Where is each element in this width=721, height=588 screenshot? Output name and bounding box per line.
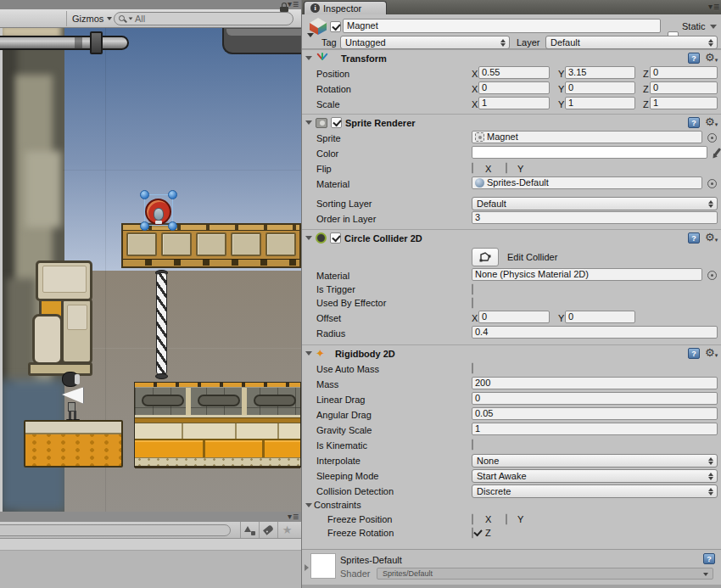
- selection-handle-bottom-right[interactable]: [168, 221, 177, 231]
- is-kinematic-checkbox[interactable]: [472, 439, 473, 451]
- ground-platform-sprite[interactable]: [134, 382, 301, 468]
- rotation-x-field[interactable]: 0: [478, 81, 550, 94]
- order-in-layer-field[interactable]: 3: [472, 211, 718, 224]
- striped-pole-sprite[interactable]: [156, 272, 167, 375]
- sprite-renderer-title: Sprite Renderer: [345, 118, 416, 128]
- freeze-position-y-checkbox[interactable]: [506, 513, 507, 525]
- material-field[interactable]: Sprites-Default: [472, 176, 702, 189]
- physics-material-field[interactable]: None (Physics Material 2D): [472, 268, 702, 281]
- scale-z-field[interactable]: 1: [650, 97, 718, 109]
- updown-icon: [708, 39, 713, 47]
- position-y-field[interactable]: 3.15: [565, 66, 635, 79]
- dispenser-top-block[interactable]: [36, 260, 92, 301]
- foldout-icon[interactable]: [305, 351, 312, 356]
- scene-viewport[interactable]: [0, 28, 301, 512]
- dispenser-base[interactable]: [28, 362, 92, 376]
- enabled-checkbox[interactable]: [331, 117, 342, 128]
- object-picker-icon[interactable]: [707, 179, 717, 188]
- use-auto-mass-checkbox[interactable]: [472, 362, 473, 374]
- lock-icon[interactable]: [280, 3, 288, 12]
- flip-y-checkbox[interactable]: [506, 162, 507, 174]
- constraints-foldout-icon[interactable]: [305, 503, 312, 507]
- bottom-search-input[interactable]: [0, 524, 231, 536]
- rotation-y-field[interactable]: 0: [565, 81, 635, 94]
- top-right-platform-sprite[interactable]: [222, 28, 301, 54]
- brick-seam: [235, 423, 237, 439]
- selection-handle-bottom-left[interactable]: [140, 221, 149, 231]
- name-field[interactable]: Magnet: [343, 19, 661, 33]
- linear-drag-field[interactable]: 0: [472, 392, 718, 405]
- crate-platform-sprite[interactable]: [121, 223, 301, 268]
- left-platform-sprite[interactable]: [24, 420, 123, 468]
- interpolate-dropdown[interactable]: None: [472, 454, 718, 468]
- magnet-notch: [155, 221, 162, 224]
- sorting-layer-dropdown[interactable]: Default: [472, 197, 718, 210]
- help-icon[interactable]: [688, 232, 700, 244]
- object-picker-icon[interactable]: [707, 271, 717, 280]
- favorites-button[interactable]: ★: [277, 522, 296, 538]
- dispenser-left-block[interactable]: [32, 314, 63, 365]
- sleeping-mode-dropdown[interactable]: Start Awake: [472, 469, 718, 483]
- help-icon[interactable]: [703, 553, 715, 564]
- circle-collider-header[interactable]: Circle Collider 2D ⚙: [302, 230, 721, 246]
- scene-search-input[interactable]: All: [114, 12, 293, 25]
- edit-collider-button[interactable]: [472, 248, 499, 266]
- help-icon[interactable]: [688, 53, 700, 64]
- object-picker-icon[interactable]: [707, 133, 717, 143]
- eyedropper-icon[interactable]: [711, 147, 721, 159]
- material-thumbnail[interactable]: [310, 553, 336, 579]
- mass-field[interactable]: 200: [472, 377, 718, 389]
- gear-icon[interactable]: ⚙: [705, 115, 718, 128]
- gravity-scale-field[interactable]: 1: [472, 423, 718, 435]
- selection-handle-top-left[interactable]: [140, 190, 149, 199]
- transform-header[interactable]: Transform ⚙: [302, 50, 721, 66]
- sprite-field[interactable]: Magnet: [472, 131, 702, 143]
- scale-y-field[interactable]: 1: [565, 97, 635, 109]
- preview-foldout-icon[interactable]: [305, 564, 309, 571]
- gear-icon[interactable]: ⚙: [705, 231, 718, 244]
- gizmos-dropdown[interactable]: Gizmos: [66, 11, 109, 26]
- gameobject-icon[interactable]: [309, 18, 327, 36]
- angular-drag-field[interactable]: 0.05: [472, 407, 718, 420]
- bottom-panel-menu-icon[interactable]: ▾≡: [288, 512, 298, 521]
- rotation-z-field[interactable]: 0: [650, 81, 718, 94]
- used-by-effector-checkbox[interactable]: [472, 297, 473, 309]
- collision-detection-dropdown[interactable]: Discrete: [472, 484, 718, 498]
- layer-dropdown[interactable]: Default: [545, 36, 718, 49]
- gear-icon[interactable]: ⚙: [705, 346, 718, 359]
- shader-dropdown[interactable]: Sprites/Default: [377, 568, 713, 580]
- scale-x-field[interactable]: 1: [478, 97, 550, 109]
- tag-dropdown[interactable]: Untagged: [340, 36, 510, 49]
- sprite-renderer-header[interactable]: Sprite Renderer ⚙: [302, 115, 721, 131]
- gear-icon[interactable]: ⚙: [705, 51, 718, 64]
- flip-x-checkbox[interactable]: [472, 162, 473, 174]
- position-x-field[interactable]: 0.55: [478, 66, 550, 79]
- offset-y-field[interactable]: 0: [565, 311, 635, 323]
- active-checkbox[interactable]: [330, 21, 341, 32]
- rigidbody-header[interactable]: ✦ Rigidbody 2D ⚙: [302, 345, 721, 361]
- tab-inspector[interactable]: i Inspector: [304, 1, 387, 14]
- offset-x-field[interactable]: 0: [478, 311, 550, 323]
- radius-field[interactable]: 0.4: [472, 326, 718, 339]
- dispenser-right-block[interactable]: [61, 298, 92, 364]
- freeze-position-x-checkbox[interactable]: [472, 513, 473, 525]
- magnet-sprite[interactable]: [145, 199, 171, 225]
- inspector-panel-menu-icon[interactable]: ▾≡: [708, 3, 718, 11]
- color-swatch-field[interactable]: [472, 146, 707, 159]
- scene-panel-menu-icon[interactable]: ▾≡: [288, 0, 298, 8]
- freeze-rotation-z-checkbox[interactable]: [472, 527, 473, 539]
- help-icon[interactable]: [688, 348, 700, 359]
- help-icon[interactable]: [688, 117, 700, 128]
- static-dropdown-icon[interactable]: [710, 25, 717, 29]
- filter-by-type-button[interactable]: [240, 522, 259, 538]
- position-z-field[interactable]: 0: [650, 66, 718, 79]
- foldout-icon[interactable]: [305, 120, 312, 125]
- enabled-checkbox[interactable]: [330, 232, 341, 244]
- foldout-icon[interactable]: [305, 236, 312, 240]
- constraints-row[interactable]: Constraints: [302, 499, 721, 512]
- selection-handle-top-right[interactable]: [168, 190, 177, 199]
- is-trigger-checkbox[interactable]: [472, 283, 473, 295]
- pipe-sprite[interactable]: [0, 36, 129, 50]
- filter-by-label-button[interactable]: [259, 522, 277, 538]
- foldout-icon[interactable]: [305, 56, 312, 60]
